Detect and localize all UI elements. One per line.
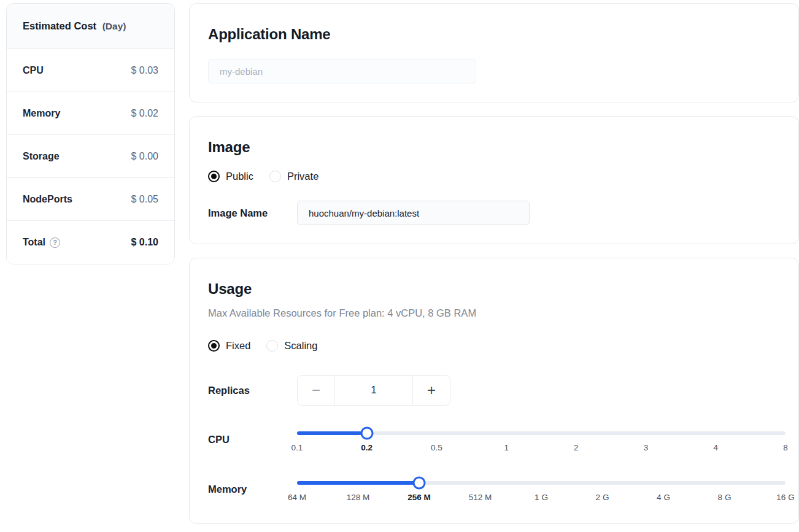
slider-tick-label[interactable]: 128 M — [347, 493, 370, 502]
cost-row-label: Storage — [23, 151, 60, 162]
radio-icon — [269, 171, 281, 182]
memory-slider-row: Memory 64 M128 M256 M512 M1 G2 G4 G8 G16… — [208, 476, 785, 505]
replicas-row: Replicas − 1 + — [208, 375, 785, 406]
estimated-cost-header: Estimated Cost (Day) — [7, 4, 174, 49]
radio-scaling-label: Scaling — [284, 340, 317, 352]
usage-card: Usage Max Available Resources for Free p… — [189, 258, 799, 524]
cost-rows: CPU $ 0.03 Memory $ 0.02 Storage $ 0.00 … — [7, 49, 174, 221]
slider-tick-label[interactable]: 16 G — [776, 493, 794, 502]
cost-table-row: NodePorts $ 0.05 — [7, 178, 174, 221]
cpu-slider-row: CPU 0.10.20.512348 — [208, 426, 785, 455]
slider-tick-label[interactable]: 0.1 — [291, 443, 303, 452]
cost-total-label: Total — [23, 237, 45, 248]
usage-mode-radio-group: Fixed Scaling — [208, 340, 785, 352]
application-name-title: Application Name — [208, 26, 785, 43]
cost-row-label: Memory — [23, 108, 60, 119]
radio-icon — [208, 171, 220, 182]
slider-tick-label[interactable]: 256 M — [407, 493, 431, 502]
slider-tick-label[interactable]: 4 — [714, 443, 719, 452]
deploy-form: Application Name Image Public Private Im… — [189, 3, 799, 532]
slider-tick-label[interactable]: 512 M — [469, 493, 492, 502]
replicas-stepper: − 1 + — [297, 375, 450, 406]
cost-row-value: $ 0.02 — [131, 108, 158, 119]
image-name-input[interactable] — [297, 201, 530, 225]
cost-row-value: $ 0.00 — [131, 151, 158, 162]
slider-tick-label[interactable]: 8 — [783, 443, 788, 452]
slider-tick-label[interactable]: 2 — [574, 443, 579, 452]
cpu-slider-thumb[interactable] — [360, 427, 373, 440]
cost-table-row: CPU $ 0.03 — [7, 49, 174, 92]
radio-private-label: Private — [287, 171, 318, 182]
radio-public[interactable]: Public — [208, 171, 253, 182]
cpu-slider-label: CPU — [208, 426, 297, 446]
cost-table-row: Storage $ 0.00 — [7, 135, 174, 178]
estimated-cost-panel: Estimated Cost (Day) CPU $ 0.03 Memory $… — [6, 3, 175, 264]
help-icon[interactable]: ? — [50, 237, 60, 248]
radio-scaling[interactable]: Scaling — [266, 340, 317, 352]
slider-tick-label[interactable]: 3 — [644, 443, 649, 452]
estimated-cost-period: (Day) — [102, 21, 126, 31]
slider-tick-label[interactable]: 1 — [504, 443, 509, 452]
image-card: Image Public Private Image Name — [189, 116, 799, 244]
memory-slider-thumb[interactable] — [413, 477, 426, 490]
image-visibility-radio-group: Public Private — [208, 171, 785, 182]
memory-slider-ticks: 64 M128 M256 M512 M1 G2 G4 G8 G16 G — [297, 493, 785, 505]
cpu-slider: 0.10.20.512348 — [297, 426, 785, 455]
radio-private[interactable]: Private — [269, 171, 318, 182]
replicas-increase-button[interactable]: + — [413, 376, 450, 405]
radio-icon — [266, 340, 278, 352]
replicas-decrease-button[interactable]: − — [298, 376, 334, 405]
cost-row-value: $ 0.05 — [131, 194, 158, 205]
cost-total-value: $ 0.10 — [131, 237, 158, 248]
cpu-slider-track[interactable] — [297, 426, 785, 440]
replicas-value[interactable]: 1 — [334, 376, 413, 405]
application-name-card: Application Name — [189, 3, 799, 102]
slider-tick-label[interactable]: 4 G — [657, 493, 670, 502]
radio-fixed-label: Fixed — [226, 340, 250, 352]
slider-tick-label[interactable]: 0.2 — [361, 443, 372, 452]
memory-slider: 64 M128 M256 M512 M1 G2 G4 G8 G16 G — [297, 476, 785, 505]
radio-icon — [208, 340, 220, 352]
radio-public-label: Public — [226, 171, 253, 182]
image-name-label: Image Name — [208, 207, 297, 219]
slider-tick-label[interactable]: 8 G — [718, 493, 731, 502]
usage-subtitle: Max Available Resources for Free plan: 4… — [208, 307, 785, 319]
replicas-label: Replicas — [208, 385, 297, 396]
cost-row-label: CPU — [23, 65, 44, 76]
memory-slider-track[interactable] — [297, 476, 785, 490]
image-name-row: Image Name — [208, 201, 785, 225]
slider-tick-label[interactable]: 64 M — [288, 493, 306, 502]
usage-title: Usage — [208, 280, 785, 298]
application-name-input[interactable] — [208, 59, 476, 83]
slider-tick-label[interactable]: 2 G — [596, 493, 609, 502]
image-title: Image — [208, 139, 785, 156]
estimated-cost-title: Estimated Cost — [23, 20, 96, 31]
memory-slider-fill — [297, 481, 419, 485]
radio-fixed[interactable]: Fixed — [208, 340, 250, 352]
cpu-slider-ticks: 0.10.20.512348 — [297, 443, 785, 455]
cpu-slider-fill — [297, 431, 367, 435]
cost-table-row: Memory $ 0.02 — [7, 92, 174, 135]
memory-slider-label: Memory — [208, 476, 297, 496]
slider-tick-label[interactable]: 0.5 — [431, 443, 442, 452]
slider-tick-label[interactable]: 1 G — [535, 493, 548, 502]
cost-row-value: $ 0.03 — [131, 65, 158, 76]
cost-total-row: Total ? $ 0.10 — [7, 221, 174, 264]
cost-row-label: NodePorts — [23, 194, 72, 205]
